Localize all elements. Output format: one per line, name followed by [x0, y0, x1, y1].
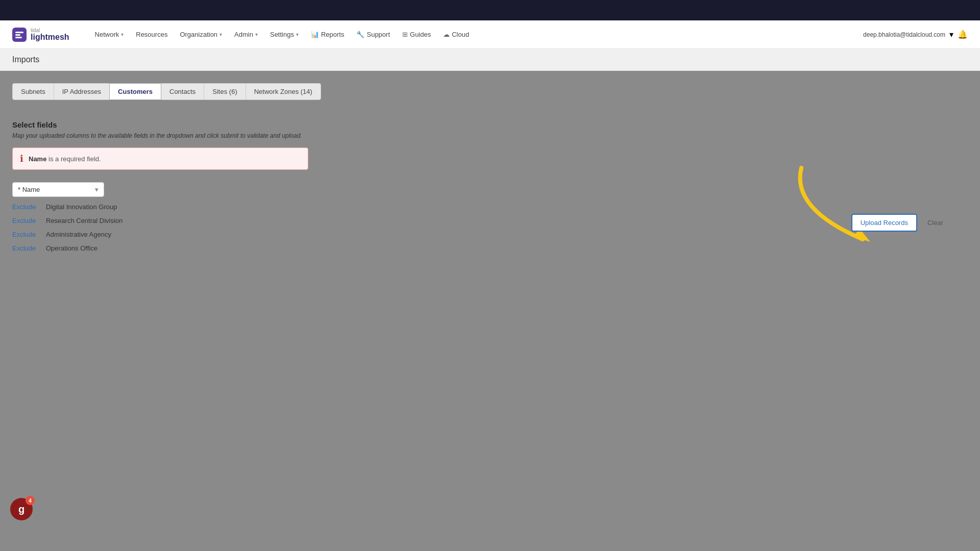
chevron-down-icon: ▾	[95, 186, 99, 193]
main-content: Subnets IP Addresses Customers Contacts …	[0, 71, 980, 551]
select-fields-section: Select fields Map your uploaded columns …	[12, 120, 968, 252]
exclude-link-4[interactable]: Exclude	[12, 244, 38, 252]
logo-lightmesh: lightmesh	[31, 33, 69, 41]
svg-rect-2	[15, 34, 20, 36]
exclude-link-2[interactable]: Exclude	[12, 217, 38, 224]
dropdown-label: * Name	[18, 186, 40, 193]
tabs: Subnets IP Addresses Customers Contacts …	[12, 83, 968, 100]
logo-text: tidal lightmesh	[31, 28, 69, 41]
select-fields-subtitle: Map your uploaded columns to the availab…	[12, 132, 968, 139]
field-value-3: Administrative Agency	[46, 231, 111, 238]
user-email[interactable]: deep.bhalotia@tidalcloud.com	[863, 31, 945, 38]
bar-chart-icon: 📊	[311, 31, 319, 38]
page-title: Imports	[12, 55, 39, 64]
nav-cloud[interactable]: ☁ Cloud	[438, 28, 474, 41]
chevron-down-icon: ▾	[255, 32, 258, 37]
field-value-4: Operations Office	[46, 244, 97, 252]
action-buttons: Upload Records Clear	[851, 214, 949, 232]
grid-icon: ⊞	[402, 31, 408, 38]
nav-support[interactable]: 🔧 Support	[351, 28, 395, 41]
nav-reports[interactable]: 📊 Reports	[306, 28, 350, 41]
top-bar	[0, 0, 980, 20]
wrench-icon: 🔧	[356, 31, 364, 38]
exclude-link-1[interactable]: Exclude	[12, 203, 38, 211]
field-value-2: Research Central Division	[46, 217, 122, 224]
grammarly-letter: g	[18, 504, 24, 515]
nav-links: Network ▾ Resources Organization ▾ Admin…	[90, 28, 863, 41]
tab-network-zones[interactable]: Network Zones (14)	[246, 83, 321, 100]
chevron-down-icon: ▾	[219, 32, 222, 37]
field-value-1: Digital Innovation Group	[46, 203, 117, 211]
field-rows: * Name ▾ Exclude Digital Innovation Grou…	[12, 182, 968, 252]
page-header: Imports	[0, 49, 980, 71]
nav-settings[interactable]: Settings ▾	[265, 28, 304, 41]
alert-box: ℹ Name is a required field.	[12, 147, 308, 170]
alert-bold: Name	[29, 155, 46, 163]
bell-icon[interactable]: 🔔	[958, 30, 968, 39]
exclude-link-3[interactable]: Exclude	[12, 231, 38, 238]
grammarly-icon[interactable]: g 4	[10, 498, 33, 520]
field-row-1: Exclude Digital Innovation Group	[12, 203, 968, 211]
clear-button[interactable]: Clear	[921, 215, 949, 231]
nav-organization[interactable]: Organization ▾	[175, 28, 227, 41]
svg-rect-1	[15, 32, 23, 33]
logo-tidal: tidal	[31, 28, 69, 33]
logo-icon	[12, 28, 27, 42]
field-row-2: Exclude Research Central Division	[12, 217, 968, 224]
alert-text: Name is a required field.	[29, 155, 101, 163]
nav-guides[interactable]: ⊞ Guides	[397, 28, 436, 41]
chevron-down-icon: ▾	[296, 32, 299, 37]
nav-resources[interactable]: Resources	[131, 28, 173, 41]
upload-records-button[interactable]: Upload Records	[851, 214, 917, 232]
svg-rect-3	[15, 37, 22, 38]
navbar: tidal lightmesh Network ▾ Resources Orga…	[0, 20, 980, 49]
name-dropdown[interactable]: * Name ▾	[12, 182, 104, 197]
tab-sites[interactable]: Sites (6)	[204, 83, 246, 100]
dropdown-row: * Name ▾	[12, 182, 968, 197]
tab-contacts[interactable]: Contacts	[161, 83, 204, 100]
cloud-icon: ☁	[443, 31, 450, 38]
nav-network[interactable]: Network ▾	[90, 28, 129, 41]
grammarly-badge: 4	[26, 496, 35, 505]
user-chevron-icon[interactable]: ▾	[949, 30, 953, 39]
nav-right: deep.bhalotia@tidalcloud.com ▾ 🔔	[863, 30, 968, 39]
tab-ip-addresses[interactable]: IP Addresses	[54, 83, 110, 100]
select-fields-title: Select fields	[12, 120, 968, 129]
info-icon: ℹ	[20, 153, 23, 164]
chevron-down-icon: ▾	[121, 32, 124, 37]
tab-customers[interactable]: Customers	[109, 83, 161, 100]
nav-admin[interactable]: Admin ▾	[229, 28, 263, 41]
tab-subnets[interactable]: Subnets	[12, 83, 54, 100]
logo[interactable]: tidal lightmesh	[12, 28, 69, 42]
field-row-4: Exclude Operations Office	[12, 244, 968, 252]
field-row-3: Exclude Administrative Agency	[12, 231, 968, 238]
